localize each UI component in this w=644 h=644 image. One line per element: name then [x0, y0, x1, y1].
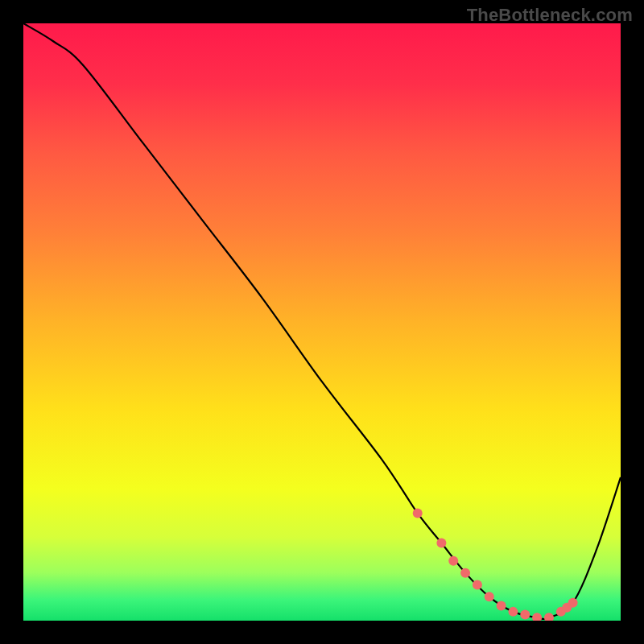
marker-dot — [497, 601, 506, 610]
marker-dot — [485, 592, 494, 601]
marker-dot — [436, 539, 446, 548]
marker-dot — [520, 610, 530, 620]
marker-dot — [473, 580, 482, 589]
chart-frame: TheBottleneck.com — [0, 0, 644, 644]
watermark-text: TheBottleneck.com — [467, 5, 633, 26]
marker-dot — [413, 508, 423, 518]
marker-dot — [460, 568, 470, 578]
plot-svg — [23, 23, 621, 621]
plot-area — [23, 23, 621, 621]
marker-dot — [448, 556, 458, 566]
marker-dot — [568, 598, 578, 608]
gradient-background — [23, 23, 621, 621]
marker-dot — [508, 607, 518, 617]
